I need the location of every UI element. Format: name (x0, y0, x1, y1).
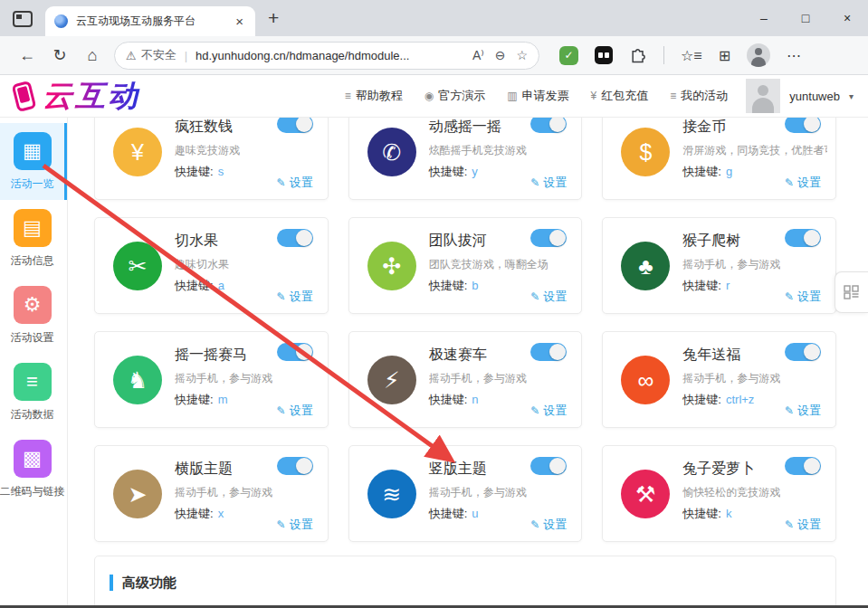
extensions-puzzle-icon[interactable] (629, 46, 647, 64)
pencil-icon: ✎ (277, 290, 286, 303)
toggle-knob (804, 230, 820, 246)
game-card: ∞ 兔年送福 摇动手机，参与游戏 快捷键:ctrl+z ✎设置 (602, 331, 836, 428)
game-toggle[interactable] (785, 118, 821, 133)
game-settings-link[interactable]: ✎设置 (277, 403, 313, 419)
game-settings-link[interactable]: ✎设置 (785, 289, 821, 305)
game-settings-link[interactable]: ✎设置 (785, 175, 821, 191)
sidebar-item-1[interactable]: ▦ 活动一览 (0, 123, 67, 200)
favorites-icon[interactable]: ☆≡ (681, 47, 702, 64)
tab-actions-icon[interactable] (13, 11, 33, 27)
game-settings-link[interactable]: ✎设置 (785, 517, 821, 533)
game-description: 炫酷摇手机竞技游戏 (429, 143, 527, 158)
zoom-icon[interactable]: ⊖ (495, 48, 506, 62)
sidebar-item-icon: ⚙ (14, 286, 52, 324)
game-toggle[interactable] (277, 457, 313, 475)
url-text[interactable]: hd.yunhudong.cn/hdmanage/hdmodule... (196, 49, 462, 62)
sidebar-item-2[interactable]: ▤ 活动信息 (0, 200, 67, 277)
sidebar-item-3[interactable]: ⚙ 活动设置 (0, 277, 67, 354)
game-shortcut: 快捷键:b (429, 278, 479, 294)
game-icon: ✆ (367, 128, 416, 176)
window-controls: – □ × (743, 0, 868, 36)
shortcut-key: m (218, 393, 228, 406)
security-label[interactable]: 不安全 (141, 47, 176, 63)
game-icon: ✣ (367, 242, 416, 290)
back-button[interactable]: ← (11, 41, 43, 70)
game-toggle[interactable] (530, 229, 567, 247)
game-settings-link[interactable]: ✎设置 (530, 403, 567, 419)
tab-close-icon[interactable]: × (233, 14, 246, 29)
game-description: 摇动手机，参与游戏 (682, 371, 780, 386)
shortcut-key: y (472, 165, 478, 178)
toggle-knob (296, 230, 312, 246)
game-toggle[interactable] (785, 343, 821, 361)
profile-icon[interactable] (747, 43, 770, 67)
maximize-button[interactable]: □ (785, 0, 826, 36)
game-settings-link[interactable]: ✎设置 (530, 175, 567, 191)
top-nav: ≡ 帮助教程 ◉ 官方演示 ▥ 申请发票 ¥ 红包充值 ≡ 我的活动 (345, 88, 729, 104)
top-nav-item[interactable]: ≡ 我的活动 (670, 88, 728, 104)
game-shortcut: 快捷键:k (682, 506, 731, 522)
top-nav-item[interactable]: ¥ 红包充值 (591, 88, 649, 104)
address-bar[interactable]: ⚠ 不安全 | hd.yunhudong.cn/hdmanage/hdmodul… (114, 42, 539, 70)
content-area: ¥ 疯狂数钱 趣味竞技游戏 快捷键:s ✎设置 ✆ 动感摇一摇 炫酷摇手机竞技游… (68, 118, 868, 608)
game-title: 猴子爬树 (682, 232, 740, 251)
adblock-shield-icon[interactable]: ✓ (559, 46, 578, 65)
sidebar-item-label: 活动数据 (11, 407, 54, 423)
game-settings-link[interactable]: ✎设置 (530, 289, 567, 305)
refresh-button[interactable]: ↻ (43, 41, 76, 70)
game-description: 摇动手机，参与游戏 (175, 485, 272, 500)
sidebar-item-5[interactable]: ▩ 二维码与链接 (0, 431, 67, 508)
game-icon: ➤ (113, 470, 162, 518)
read-aloud-icon[interactable]: A⁾ (472, 48, 484, 62)
game-description: 团队竞技游戏，嗨翻全场 (429, 257, 548, 272)
game-toggle[interactable] (277, 118, 313, 133)
sidebar-item-label: 活动信息 (11, 253, 54, 269)
toggle-knob (804, 458, 820, 474)
game-shortcut: 快捷键:a (175, 278, 224, 294)
more-menu-icon[interactable]: ⋯ (787, 47, 801, 64)
nav-item-icon: ▥ (507, 90, 517, 102)
game-shortcut: 快捷键:x (175, 506, 224, 522)
top-nav-item[interactable]: ◉ 官方演示 (424, 88, 485, 104)
home-button[interactable]: ⌂ (76, 41, 109, 70)
nav-item-label: 官方演示 (438, 88, 485, 104)
game-title: 团队拔河 (429, 232, 487, 251)
collections-icon[interactable]: ⊞ (719, 47, 730, 64)
pencil-icon: ✎ (277, 176, 286, 189)
dark-extension-icon[interactable] (595, 46, 613, 64)
game-toggle[interactable] (530, 118, 567, 133)
game-settings-link[interactable]: ✎设置 (277, 517, 313, 533)
user-menu[interactable]: yuntuweb ▾ (746, 79, 854, 113)
game-settings-link[interactable]: ✎设置 (530, 517, 567, 533)
game-toggle[interactable] (785, 229, 821, 247)
nav-item-icon: ≡ (345, 90, 351, 102)
close-button[interactable]: × (826, 0, 868, 36)
nav-item-icon: ¥ (591, 90, 597, 102)
game-title: 横版主题 (175, 460, 233, 479)
game-toggle[interactable] (530, 343, 567, 361)
game-toggle[interactable] (530, 457, 567, 475)
game-toggle[interactable] (785, 457, 821, 475)
shortcut-key: u (472, 507, 478, 520)
pencil-icon: ✎ (530, 176, 539, 189)
app-logo[interactable]: 云互动 (14, 76, 140, 117)
sidebar-item-4[interactable]: ≡ 活动数据 (0, 354, 67, 431)
game-card: ➤ 横版主题 摇动手机，参与游戏 快捷键:x ✎设置 (94, 445, 329, 542)
shortcut-key: r (726, 279, 730, 292)
game-settings-link[interactable]: ✎设置 (785, 403, 821, 419)
section-accent-bar (110, 575, 113, 591)
add-favorite-icon[interactable]: ☆ (516, 48, 528, 62)
game-toggle[interactable] (277, 343, 313, 361)
top-nav-item[interactable]: ≡ 帮助教程 (345, 88, 403, 104)
game-toggle[interactable] (277, 229, 313, 247)
game-settings-link[interactable]: ✎设置 (277, 175, 313, 191)
edge-widget[interactable] (835, 271, 868, 313)
minimize-button[interactable]: – (743, 0, 785, 36)
top-nav-item[interactable]: ▥ 申请发票 (507, 88, 568, 104)
game-settings-link[interactable]: ✎设置 (277, 289, 313, 305)
browser-titlebar: 云互动现场互动服务平台 × + – □ × (0, 0, 868, 36)
sidebar-item-icon: ≡ (14, 363, 52, 401)
game-shortcut: 快捷键:g (682, 164, 732, 180)
new-tab-button[interactable]: + (268, 7, 279, 29)
browser-tab[interactable]: 云互动现场互动服务平台 × (45, 6, 255, 36)
